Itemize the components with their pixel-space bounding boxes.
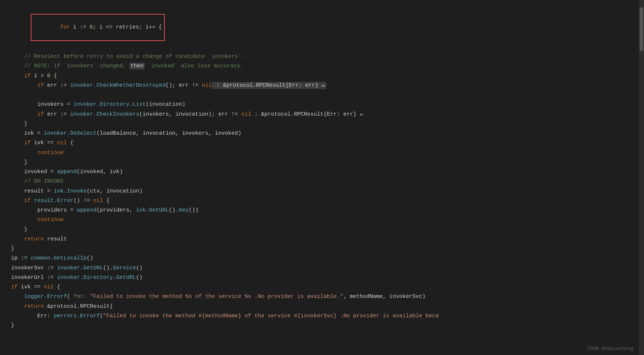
- line-close-for: }: [0, 244, 644, 254]
- comment-line-2: // NOTE: if `invokers` changed, then `in…: [0, 61, 644, 71]
- line-result-assign: result = ivk.Invoke(ctx, invocation): [0, 187, 644, 196]
- line-close-if-i: }: [0, 119, 644, 129]
- watermark: CSDN @daliucheng: [587, 346, 633, 351]
- then-highlight: then: [129, 63, 145, 70]
- line-return-rpcresult: return &protocol.RPCResult{: [0, 302, 644, 311]
- line-return-result: return result: [0, 235, 644, 244]
- comment-line-1: // Reselect before retry to avoid a chan…: [0, 52, 644, 61]
- line-err-perrors: Err: perrors.Errorf("Failed to invoke th…: [0, 311, 644, 321]
- line-continue-1: continue: [0, 148, 644, 158]
- code-editor: for i := 0; i <= retries; i++ { // Resel…: [0, 0, 644, 355]
- line-do-invoke-comment: // DO INVOKE: [0, 177, 644, 186]
- line-invokers-assign: invokers = invoker.Directory.List(invoca…: [0, 100, 644, 109]
- line-close-if-ivk: }: [0, 158, 644, 167]
- line-close-last: }: [0, 321, 644, 330]
- first-line-container: for i := 0; i <= retries; i++ {: [0, 0, 644, 52]
- line-if-i: if i > 0 {: [0, 71, 644, 81]
- line-if-result-error: if result.Error() != nil {: [0, 196, 644, 206]
- line-invokerUrl-assign: invokerUrl := invoker.Directory.GetURL(): [0, 273, 644, 283]
- for-loop-highlight: for i := 0; i <= retries; i++ {: [31, 14, 165, 41]
- line-logger-errorf: logger.Errorf( fmt: "Failed to invoke th…: [0, 292, 644, 302]
- blank-line-1: [0, 90, 644, 100]
- line-ip-assign: ip := common.GetLocalIp(): [0, 254, 644, 263]
- scrollbar-thumb[interactable]: [640, 7, 643, 51]
- line-close-if-result: }: [0, 225, 644, 235]
- line-invoked-assign: invoked = append(invoked, ivk): [0, 167, 644, 177]
- line-ivk-assign: ivk = invoker.DoSelect(loadBalance, invo…: [0, 129, 644, 138]
- line-providers-assign: providers = append(providers, ivk.GetURL…: [0, 206, 644, 215]
- line-invokerSvc-assign: invokerSvc := invoker.GetURL().Service(): [0, 264, 644, 273]
- line-for: for i := 0; i <= retries; i++ {: [0, 3, 644, 52]
- line-if-ivk-nil: if ivk == nil {: [0, 138, 644, 148]
- line-if-ivk-nil-2: if ivk == nil {: [0, 283, 644, 292]
- line-check-invokers: if err := invoker.CheckInvokers(invokers…: [0, 110, 644, 119]
- line-continue-2: continue: [0, 215, 644, 225]
- scrollbar-track[interactable]: [639, 0, 644, 355]
- line-check-destroyed: if err := invoker.CheckWhetherDestroyed(…: [0, 81, 644, 90]
